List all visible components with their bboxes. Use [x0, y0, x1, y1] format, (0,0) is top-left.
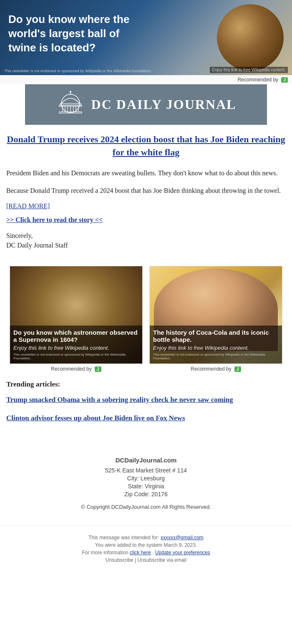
- dcdj-title: DC DAILY JOURNAL: [91, 97, 237, 112]
- top-recommended-badge: J: [281, 77, 288, 83]
- footer-zip: Zip Code: 20176: [6, 491, 286, 498]
- ad-card-1-recommended: Recommended by J: [10, 364, 143, 376]
- ad-card-1-recommended-label: Recommended by: [51, 366, 91, 372]
- ad-card-2-recommended: Recommended by J: [149, 364, 282, 376]
- ad-card-2-disclaimer: This newsletter is not endorsed or spons…: [153, 353, 279, 360]
- top-banner-ad[interactable]: Do you know where the world's largest ba…: [0, 0, 292, 75]
- ad-card-2-recommended-label: Recommended by: [191, 366, 231, 372]
- ad-card-1[interactable]: Do you know which astronomer observed a …: [10, 266, 143, 376]
- footer-city: City: Leesburg: [6, 475, 286, 482]
- top-recommended-bar: Recommended by J: [0, 75, 292, 84]
- footer-address-line1: 525-K East Market Street # 114: [6, 467, 286, 474]
- trending-article-2[interactable]: Clinton advisor fesses up about Joe Bide…: [6, 413, 286, 423]
- article-content: Donald Trump receives 2024 election boos…: [0, 125, 292, 266]
- bottom-unsubscribe: Unsubscribe | Unsubscribe via email: [6, 557, 286, 563]
- banner-disclaimer: This newsletter is not endorsed or spons…: [4, 69, 151, 73]
- banner-enjoy-text: Enjoy this link to free Wikipedia conten…: [210, 67, 288, 73]
- bottom-more-info: For more information click here . Update…: [6, 550, 286, 556]
- read-more-link[interactable]: [READ MORE]: [6, 202, 286, 210]
- bottom-click-here-link[interactable]: click here: [130, 550, 151, 556]
- ad-card-2-overlay: The history of Coca-Cola and its iconic …: [150, 326, 282, 364]
- bottom-intended-for: This message was intended for: xxxxxx@gm…: [6, 535, 286, 540]
- svg-rect-1: [60, 104, 81, 105]
- click-here-link[interactable]: >> Click here to read the story <<: [6, 216, 286, 224]
- sincerely-text: Sincerely,: [6, 232, 286, 240]
- ad-cards-row: Do you know which astronomer observed a …: [0, 266, 292, 376]
- ad-card-2-image: The history of Coca-Cola and its iconic …: [149, 266, 282, 364]
- article-headline-link[interactable]: Donald Trump receives 2024 election boos…: [7, 134, 285, 157]
- dcdj-header: DC DAILY JOURNAL: [25, 84, 267, 125]
- trending-article-1[interactable]: Trump smacked Obama with a sobering real…: [6, 395, 286, 405]
- bottom-email-link[interactable]: xxxxxx@gmail.com: [161, 535, 204, 540]
- svg-rect-2: [59, 105, 82, 106]
- ad-card-1-subtitle: Enjoy this link to free Wikipedia conten…: [13, 345, 139, 351]
- ad-card-1-overlay: Do you know which astronomer observed a …: [10, 326, 142, 364]
- svg-point-12: [70, 91, 71, 93]
- trending-article-1-text: Trump smacked Obama with a sobering real…: [6, 396, 233, 404]
- trending-article-2-text: Clinton advisor fesses up about Joe Bide…: [6, 414, 185, 422]
- ball-of-twine-image: [217, 4, 284, 71]
- footer-site: DCDailyJournal.com: [6, 457, 286, 464]
- footer-copyright: © Copyright DCDailyJournal.com All Right…: [6, 504, 286, 510]
- dcdj-logo-icon: [56, 91, 85, 118]
- article-headline[interactable]: Donald Trump receives 2024 election boos…: [6, 133, 286, 159]
- trending-section: Trending articles: Trump smacked Obama w…: [0, 376, 292, 440]
- ad-card-1-disclaimer: This newsletter is not endorsed or spons…: [13, 353, 139, 360]
- top-recommended-label: Recommended by: [238, 77, 278, 83]
- ad-card-1-badge: J: [95, 366, 101, 372]
- footer-address: 525-K East Market Street # 114 City: Lee…: [6, 467, 286, 498]
- bottom-update-link[interactable]: Update your preferences: [155, 550, 210, 556]
- footer-state: State: Virginia: [6, 483, 286, 490]
- top-banner-headline: Do you know where the world's largest ba…: [8, 13, 142, 55]
- bottom-message: This message was intended for: xxxxxx@gm…: [0, 526, 292, 577]
- trending-label: Trending articles:: [6, 380, 286, 389]
- ad-card-2-badge: J: [234, 366, 241, 372]
- ad-card-1-title: Do you know which astronomer observed a …: [13, 329, 139, 343]
- staff-text: DC Daily Journal Staff: [6, 242, 286, 249]
- footer: DCDailyJournal.com 525-K East Market Str…: [0, 440, 292, 522]
- ad-card-2-title: The history of Coca-Cola and its iconic …: [153, 329, 279, 343]
- article-body-1: President Biden and his Democrats are sw…: [6, 167, 286, 179]
- article-body-2: Because Donald Trump received a 2024 boo…: [6, 185, 286, 196]
- bottom-added-text: You were added to the system March 9, 20…: [6, 542, 286, 548]
- ad-card-1-image: Do you know which astronomer observed a …: [10, 266, 143, 364]
- ad-card-2-subtitle: Enjoy this link to free Wikipedia conten…: [153, 345, 279, 351]
- ad-card-2[interactable]: The history of Coca-Cola and its iconic …: [149, 266, 282, 376]
